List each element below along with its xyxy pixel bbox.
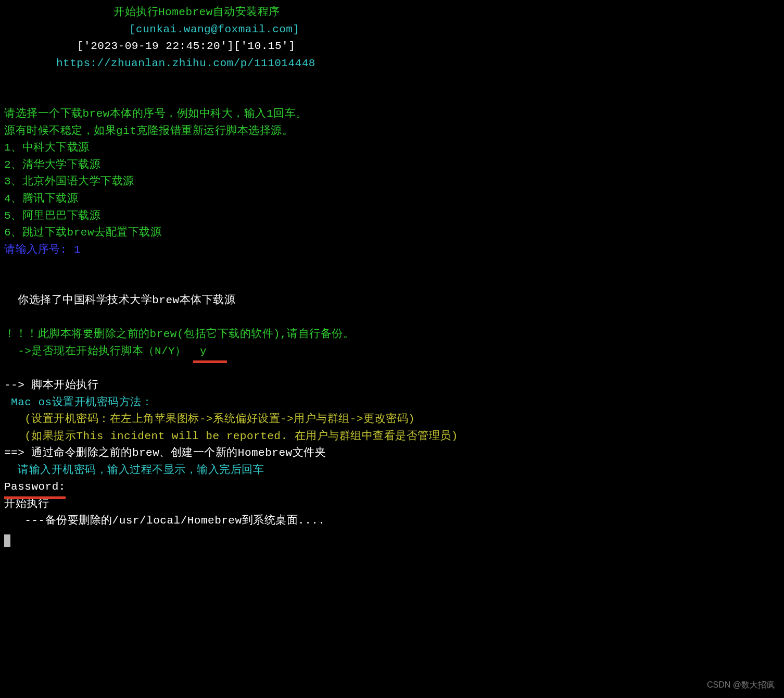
mac-tip-1: (设置开机密码：在左上角苹果图标->系统偏好设置->用户与群组->更改密码)	[4, 411, 780, 428]
mac-tip-header: Mac os设置开机密码方法：	[4, 394, 780, 412]
header-timestamp: ['2023-09-19 22:45:20']['10.15']	[4, 38, 780, 55]
header-email: [cunkai.wang@foxmail.com]	[4, 21, 780, 39]
selected-source: 你选择了中国科学技术大学brew本体下载源	[4, 292, 780, 309]
watermark: CSDN @数大招疯	[707, 679, 775, 692]
warning-line: ！！！此脚本将要删除之前的brew(包括它下载的软件),请自行备份。	[4, 326, 780, 343]
source-option-2: 2、清华大学下载源	[4, 157, 780, 174]
source-input-value: 1	[74, 244, 81, 256]
header-title: 开始执行Homebrew自动安装程序	[4, 4, 780, 21]
confirm-input-value: y	[193, 343, 227, 360]
source-option-3: 3、北京外国语大学下载源	[4, 173, 780, 191]
cursor-line[interactable]	[4, 530, 780, 547]
password-prompt: 请输入开机密码，输入过程不显示，输入完后回车	[4, 462, 780, 479]
source-option-4: 4、腾讯下载源	[4, 191, 780, 208]
source-input-line[interactable]: 请输入序号: 1	[4, 242, 780, 259]
terminal-output: 开始执行Homebrew自动安装程序 [cunkai.wang@foxmail.…	[4, 4, 780, 694]
cursor-block	[4, 534, 10, 547]
confirm-label: ->是否现在开始执行脚本（N/Y）	[4, 345, 193, 357]
source-option-1: 1、中科大下载源	[4, 140, 780, 157]
exec-begin: 开始执行	[4, 496, 780, 513]
select-prompt-line2: 源有时候不稳定，如果git克隆报错重新运行脚本选择源。	[4, 123, 780, 140]
source-input-label: 请输入序号:	[4, 244, 74, 256]
password-line[interactable]: Password:	[4, 479, 780, 496]
header-url: https://zhuanlan.zhihu.com/p/111014448	[4, 55, 780, 72]
source-option-5: 5、阿里巴巴下载源	[4, 208, 780, 225]
password-label: Password:	[4, 479, 66, 496]
backup-line: ---备份要删除的/usr/local/Homebrew到系统桌面....	[4, 513, 780, 530]
mac-tip-2: (如果提示This incident will be reported. 在用户…	[4, 428, 780, 445]
exec-start: --> 脚本开始执行	[4, 377, 780, 394]
source-option-6: 6、跳过下载brew去配置下载源	[4, 225, 780, 242]
select-prompt-line1: 请选择一个下载brew本体的序号，例如中科大，输入1回车。	[4, 106, 780, 123]
confirm-line[interactable]: ->是否现在开始执行脚本（N/Y） y	[4, 343, 780, 360]
exec-step: ==> 通过命令删除之前的brew、创建一个新的Homebrew文件夹	[4, 445, 780, 462]
